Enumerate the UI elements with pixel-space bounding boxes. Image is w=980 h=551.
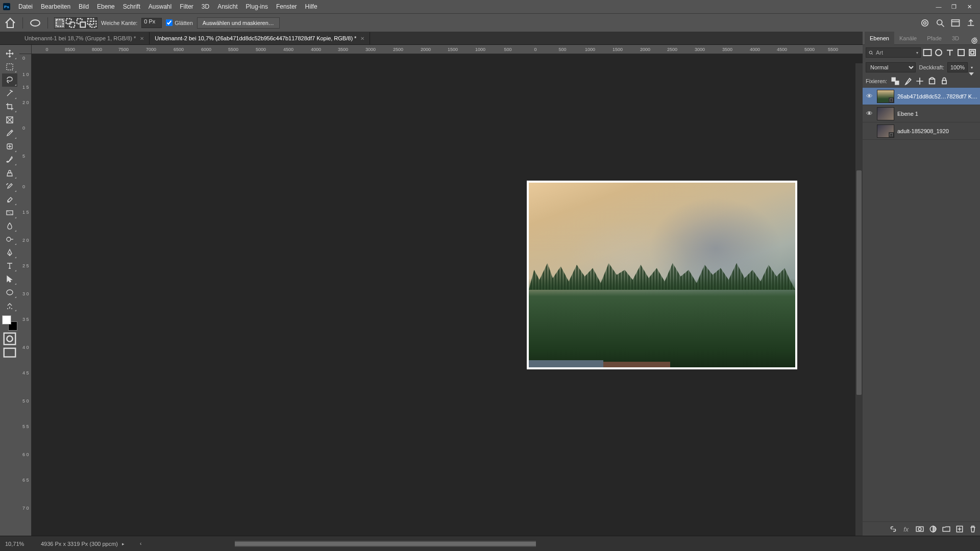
share-icon[interactable] [966,18,976,28]
filter-shape-icon[interactable] [957,48,966,57]
layer-row-2[interactable]: ⬚adult-1852908_1920 [863,122,980,140]
layer-mask-icon[interactable] [916,525,924,533]
lock-transparent-icon[interactable] [891,77,899,85]
menu-3d[interactable]: 3D [198,3,213,10]
path-selection-tool[interactable] [2,272,17,286]
selection-add-button[interactable] [65,17,76,29]
panel-tab-ebenen[interactable]: Ebenen [865,32,894,45]
layer-row-0[interactable]: 👁⬚26ab471dd8dc52…7828df7 Kopie [863,88,980,105]
layer-style-icon[interactable]: fx [902,525,911,533]
crop-tool[interactable] [2,100,17,113]
select-and-mask-button[interactable]: Auswählen und maskieren… [197,17,280,29]
layer-name[interactable]: 26ab471dd8dc52…7828df7 Kopie [897,93,978,99]
status-info-arrow[interactable]: ▸ [122,541,125,546]
lock-nested-icon[interactable] [928,77,936,85]
vertical-ruler[interactable]: 01 01 52 00501 52 02 53 03 54 04 55 05 5… [19,54,32,536]
canvas-image[interactable] [527,181,797,369]
document-tab-2[interactable]: Unbenannt-2 bei 10,7% (26ab471dd8dc52b95… [150,32,370,44]
close-icon[interactable]: ✕ [360,36,364,41]
type-tool[interactable] [2,259,17,272]
screen-mode-toggle[interactable] [2,347,17,359]
adjustment-layer-icon[interactable] [929,525,937,533]
quick-mask-toggle[interactable] [2,333,17,345]
menu-filter[interactable]: Filter [176,3,198,10]
menu-plugins[interactable]: Plug-ins [242,3,272,10]
menu-hilfe[interactable]: Hilfe [301,3,322,10]
feather-input[interactable]: 0 Px [141,18,162,28]
status-zoom[interactable]: 10,71% [5,541,36,547]
clone-stamp-tool[interactable] [2,166,17,180]
opacity-value[interactable]: 100% [947,62,968,72]
panel-tab-pfade[interactable]: Pfade [922,32,947,45]
filter-pixel-icon[interactable] [923,48,932,57]
menu-schrift[interactable]: Schrift [119,3,144,10]
blur-tool[interactable] [2,219,17,233]
magic-wand-tool[interactable] [2,87,17,100]
antialias-checkbox[interactable] [166,19,173,26]
panel-tab-kanaele[interactable]: Kanäle [894,32,922,45]
menu-ansicht[interactable]: Ansicht [213,3,241,10]
eraser-tool[interactable] [2,193,17,206]
selection-new-button[interactable] [54,17,65,29]
healing-brush-tool[interactable] [2,140,17,153]
brush-tool[interactable] [2,153,17,166]
document-tab-1[interactable]: Unbenannt-1 bei 18,7% (Gruppe 1, RGB/8) … [19,32,150,44]
cloud-docs-icon[interactable] [920,18,930,28]
menu-bearbeiten[interactable]: Bearbeiten [37,3,75,10]
ruler-origin[interactable] [19,45,32,54]
panel-tab-3d[interactable]: 3D [947,32,964,45]
lock-position-icon[interactable] [916,77,924,85]
layer-thumbnail[interactable] [877,107,894,120]
opacity-slider-handle[interactable] [969,72,974,76]
window-restore-button[interactable]: ❐ [946,4,962,10]
history-brush-tool[interactable] [2,180,17,193]
close-icon[interactable]: ✕ [140,36,144,41]
lasso-tool[interactable] [2,73,17,87]
window-close-button[interactable]: ✕ [962,4,977,10]
layer-visibility-toggle[interactable]: 👁 [865,92,874,100]
dodge-tool[interactable] [2,233,17,246]
menu-bild[interactable]: Bild [75,3,93,10]
new-layer-icon[interactable] [955,525,964,533]
home-button[interactable] [4,17,16,29]
filter-adjustment-icon[interactable] [934,48,943,57]
horizontal-ruler[interactable]: 0850080007500700065006000550050004500400… [32,45,863,54]
frame-tool[interactable] [2,113,17,127]
blend-mode-select[interactable]: Normal [866,62,916,72]
tool-preset-dropdown[interactable] [29,17,41,29]
workspace-icon[interactable] [950,18,961,28]
foreground-color[interactable] [2,315,11,324]
canvas-area[interactable] [32,54,863,536]
menu-auswahl[interactable]: Auswahl [144,3,176,10]
move-tool[interactable] [2,47,17,60]
gradient-tool[interactable] [2,206,17,219]
collapsed-panel-icon[interactable] [970,37,978,47]
hand-tool[interactable] [2,299,17,312]
opacity-dropdown-arrow[interactable]: ▾ [971,65,977,70]
layer-thumbnail[interactable]: ⬚ [877,124,894,138]
filter-type-icon[interactable] [945,48,954,57]
layer-name[interactable]: adult-1852908_1920 [897,128,978,134]
layer-filter-dropdown[interactable]: Art ▾ [866,47,921,58]
new-group-icon[interactable] [942,525,950,533]
layer-name[interactable]: Ebene 1 [897,111,978,117]
layer-thumbnail[interactable]: ⬚ [877,90,894,103]
shape-tool[interactable] [2,286,17,299]
horizontal-scrollbar[interactable] [235,541,536,547]
selection-intersect-button[interactable] [86,17,97,29]
search-icon[interactable] [935,18,945,28]
pen-tool[interactable] [2,246,17,259]
menu-datei[interactable]: Datei [14,3,37,10]
layer-visibility-toggle[interactable]: 👁 [865,110,874,117]
selection-subtract-button[interactable] [76,17,87,29]
canvas-vertical-scrollbar[interactable] [855,63,863,536]
eyedropper-tool[interactable] [2,127,17,140]
delete-layer-icon[interactable] [969,525,977,533]
menu-ebene[interactable]: Ebene [93,3,119,10]
color-swatches[interactable] [2,315,17,331]
marquee-tool[interactable] [2,60,17,73]
layer-row-1[interactable]: 👁Ebene 1 [863,105,980,122]
window-minimize-button[interactable]: — [931,4,946,10]
link-layers-icon[interactable] [889,525,897,533]
lock-pixels-icon[interactable] [903,77,912,85]
